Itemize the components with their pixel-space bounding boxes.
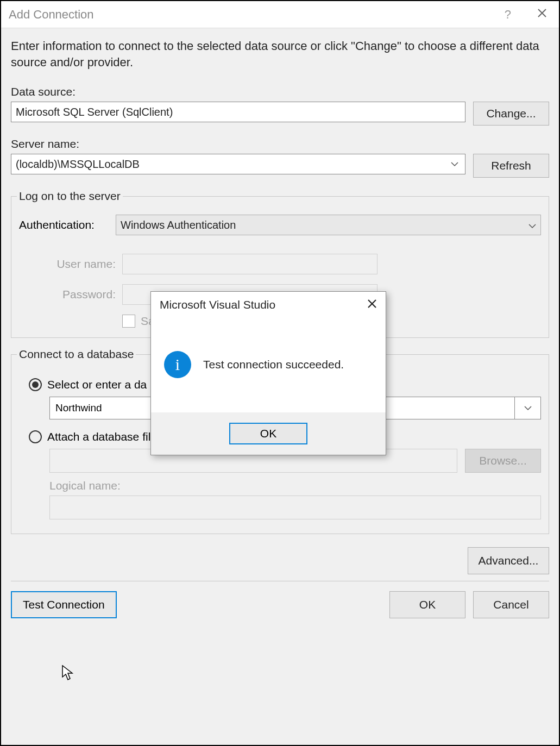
- message-box: Microsoft Visual Studio i Test connectio…: [150, 291, 386, 455]
- radio-select-db-label: Select or enter a da: [47, 378, 147, 391]
- message-box-ok-button[interactable]: OK: [229, 423, 307, 444]
- username-input: [122, 254, 377, 274]
- server-name-combo[interactable]: (localdb)\MSSQLLocalDB: [11, 154, 465, 174]
- browse-button: Browse...: [465, 449, 541, 473]
- radio-select-db[interactable]: [29, 378, 42, 391]
- server-name-value: (localdb)\MSSQLLocalDB: [16, 158, 140, 171]
- ok-button[interactable]: OK: [389, 591, 465, 618]
- username-label: User name:: [45, 258, 116, 271]
- save-password-checkbox: [122, 315, 135, 328]
- radio-attach-file[interactable]: [29, 430, 42, 443]
- close-icon[interactable]: [533, 6, 551, 23]
- chevron-down-icon: [528, 219, 536, 231]
- info-icon: i: [164, 351, 191, 378]
- database-name-value: Northwind: [55, 402, 102, 414]
- data-source-label: Data source:: [11, 85, 549, 98]
- test-connection-button[interactable]: Test Connection: [11, 591, 117, 618]
- server-name-label: Server name:: [11, 137, 549, 151]
- logical-name-label: Logical name:: [49, 479, 541, 492]
- logical-name-input: [49, 496, 541, 519]
- password-label: Password:: [45, 288, 116, 301]
- change-button[interactable]: Change...: [473, 102, 549, 126]
- message-box-text: Test connection succeeded.: [203, 358, 344, 371]
- authentication-label: Authentication:: [19, 218, 106, 231]
- titlebar: Add Connection ?: [1, 1, 559, 28]
- data-source-value: Microsoft SQL Server (SqlClient): [16, 106, 173, 118]
- advanced-button[interactable]: Advanced...: [468, 547, 549, 574]
- close-icon[interactable]: [367, 299, 377, 311]
- help-icon[interactable]: ?: [505, 8, 511, 22]
- dialog-title: Add Connection: [9, 8, 505, 22]
- logon-legend: Log on to the server: [17, 190, 123, 203]
- connect-db-legend: Connect to a database: [17, 348, 136, 361]
- data-source-input[interactable]: Microsoft SQL Server (SqlClient): [11, 102, 465, 122]
- chevron-down-icon: [451, 160, 458, 168]
- radio-attach-file-label: Attach a database file:: [47, 430, 160, 443]
- message-box-title: Microsoft Visual Studio: [160, 298, 367, 311]
- chevron-down-icon[interactable]: [514, 397, 540, 419]
- cancel-button[interactable]: Cancel: [473, 591, 549, 618]
- instructions-text: Enter information to connect to the sele…: [11, 38, 549, 70]
- authentication-value: Windows Authentication: [121, 219, 236, 231]
- authentication-dropdown[interactable]: Windows Authentication: [116, 215, 541, 235]
- refresh-button[interactable]: Refresh: [473, 154, 549, 178]
